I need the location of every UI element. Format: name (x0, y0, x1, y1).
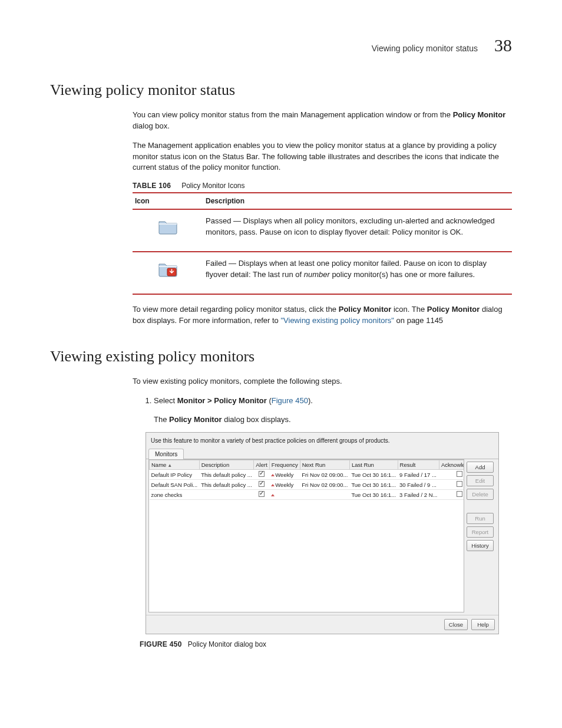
edit-button: Edit (467, 475, 494, 486)
checkbox-icon[interactable] (259, 471, 265, 477)
step-1: Select Monitor > Policy Monitor (Figure … (154, 395, 512, 407)
cell-name: Default IP Policy (150, 470, 200, 480)
checkbox-icon[interactable] (259, 491, 265, 497)
table-row[interactable]: Default IP PolicyThis default policy ...… (150, 470, 465, 480)
col-alert[interactable]: Alert (254, 460, 270, 470)
cell-alert (254, 480, 270, 490)
sort-asc-icon: ▲ (167, 463, 172, 468)
post-table-paragraph: To view more detail regarding policy mon… (133, 304, 512, 327)
folder-failed-icon (158, 261, 178, 277)
heading-viewing-existing: Viewing existing policy monitors (50, 348, 512, 365)
col-next-run[interactable]: Next Run (300, 460, 349, 470)
intro-existing: To view existing policy monitors, comple… (133, 376, 512, 387)
cell-next: Fri Nov 02 09:00... (300, 480, 349, 490)
link-viewing-existing[interactable]: "Viewing existing policy monitors" (280, 316, 394, 325)
failed-description: Failed — Displays when at least one poli… (203, 252, 512, 294)
cell-last: Tue Oct 30 16:1... (349, 490, 398, 500)
close-button[interactable]: Close (444, 619, 468, 630)
cell-freq (269, 490, 300, 500)
page-header: Viewing policy monitor status 38 (50, 35, 512, 55)
cell-freq: Weekly (269, 480, 300, 490)
steps-list: Select Monitor > Policy Monitor (Figure … (133, 395, 512, 407)
triangle-icon (271, 474, 275, 476)
heading-viewing-status: Viewing policy monitor status (50, 81, 512, 99)
dialog-side-buttons: AddEditDeleteRunReportHistory (467, 459, 496, 612)
cell-name: Default SAN Poli... (150, 480, 200, 490)
dialog-body: Name▲ Description Alert Frequency Next R… (146, 459, 498, 615)
history-button[interactable]: History (467, 540, 494, 551)
policy-monitor-dialog: Use this feature to monitor a variety of… (146, 432, 499, 634)
col-icon: Icon (133, 193, 203, 209)
col-description: Description (203, 193, 512, 209)
page-number: 38 (494, 35, 512, 55)
checkbox-icon[interactable] (259, 481, 265, 487)
monitors-table: Name▲ Description Alert Frequency Next R… (149, 460, 464, 500)
cell-result: 30 Failed / 9 ... (398, 480, 439, 490)
cell-alert (254, 490, 270, 500)
link-figure-450[interactable]: Figure 450 (272, 396, 308, 405)
col-frequency[interactable]: Frequency (269, 460, 300, 470)
failed-icon-cell (133, 252, 203, 294)
checkbox-icon[interactable] (457, 481, 462, 487)
cell-desc (199, 490, 254, 500)
cell-freq: Weekly (269, 470, 300, 480)
report-button: Report (467, 526, 494, 538)
step-1-result: The Policy Monitor dialog box displays. (154, 414, 512, 426)
col-description[interactable]: Description (199, 460, 254, 470)
table-row[interactable]: zone checksTue Oct 30 16:1...3 Failed / … (150, 490, 465, 500)
tab-monitors[interactable]: Monitors (148, 449, 184, 459)
cell-result: 9 Failed / 17 ... (398, 470, 439, 480)
cell-alert (254, 470, 270, 480)
cell-desc: This default policy ... (199, 470, 254, 480)
intro-paragraph-2: The Management application enables you t… (133, 140, 512, 174)
help-button[interactable]: Help (471, 619, 495, 630)
cell-result: 3 Failed / 2 N... (398, 490, 439, 500)
table-caption: TABLE 106Policy Monitor Icons (133, 182, 512, 190)
table-row: Passed — Displays when all policy monito… (133, 209, 512, 252)
passed-description: Passed — Displays when all policy monito… (203, 209, 512, 252)
dialog-footer: Close Help (146, 615, 498, 634)
cell-ack (439, 480, 465, 490)
add-button[interactable]: Add (467, 462, 494, 473)
col-name[interactable]: Name▲ (150, 460, 200, 470)
figure-caption: FIGURE 450Policy Monitor dialog box (140, 640, 512, 648)
cell-last: Tue Oct 30 16:1... (349, 480, 398, 490)
table-row[interactable]: Default SAN Poli...This default policy .… (150, 480, 465, 490)
policy-monitor-icons-table: Icon Description Passed (133, 192, 512, 295)
cell-last: Tue Oct 30 16:1... (349, 470, 398, 480)
triangle-icon (271, 494, 275, 496)
cell-desc: This default policy ... (199, 480, 254, 490)
header-section-title: Viewing policy monitor status (372, 44, 478, 53)
intro-paragraph-1: You can view policy monitor status from … (133, 110, 512, 132)
col-last-run[interactable]: Last Run (349, 460, 398, 470)
content-block-2: To view existing policy monitors, comple… (133, 376, 512, 649)
delete-button: Delete (467, 489, 494, 500)
dialog-description: Use this feature to monitor a variety of… (146, 433, 498, 447)
cell-ack (439, 490, 465, 500)
col-result[interactable]: Result (398, 460, 439, 470)
document-page: Viewing policy monitor status 38 Viewing… (0, 0, 562, 696)
monitors-table-container[interactable]: Name▲ Description Alert Frequency Next R… (148, 459, 464, 612)
cell-name: zone checks (150, 490, 200, 500)
folder-passed-icon (158, 218, 178, 235)
content-block: You can view policy monitor status from … (133, 110, 512, 327)
checkbox-icon[interactable] (457, 471, 462, 477)
cell-ack (439, 470, 465, 480)
triangle-icon (271, 484, 275, 486)
run-button: Run (467, 513, 494, 524)
col-acknowledged[interactable]: Acknowledged (439, 460, 465, 470)
cell-next (300, 490, 349, 500)
table-row: Failed — Displays when at least one poli… (133, 252, 512, 294)
cell-next: Fri Nov 02 09:00... (300, 470, 349, 480)
passed-icon-cell (133, 209, 203, 252)
checkbox-icon[interactable] (457, 491, 462, 497)
